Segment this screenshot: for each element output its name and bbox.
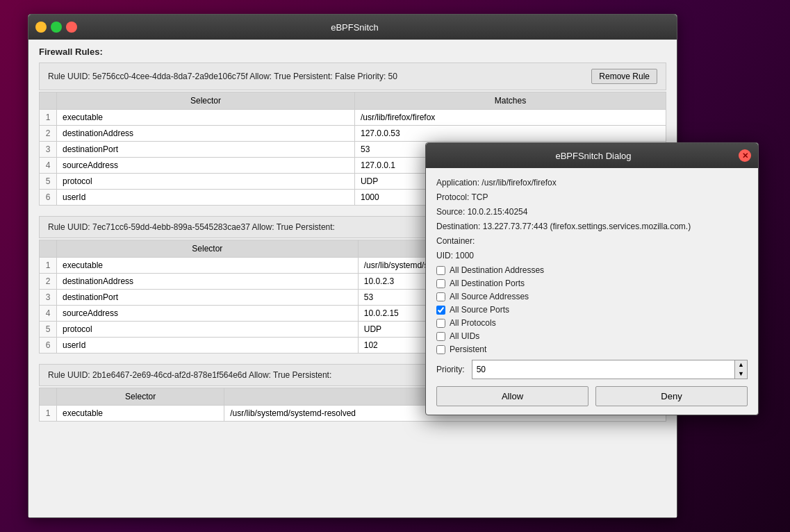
col-selector-3: Selector <box>57 388 224 406</box>
col-selector-1: Selector <box>57 92 355 110</box>
all-source-addresses-checkbox[interactable] <box>436 292 445 301</box>
all-source-ports-checkbox[interactable] <box>436 306 445 315</box>
row-num: 3 <box>40 142 57 158</box>
row-selector: destinationAddress <box>57 274 359 290</box>
all-protocols-label: All Protocols <box>450 318 496 328</box>
window-title: eBPFSnitch <box>77 22 632 33</box>
row-selector: userId <box>57 338 359 354</box>
dialog-destination: Destination: 13.227.73.77:443 (firefox.s… <box>436 220 748 233</box>
row-num: 2 <box>40 126 57 142</box>
priority-row: Priority: ▲ ▼ <box>436 360 748 379</box>
row-selector: sourceAddress <box>57 306 359 322</box>
checkbox-row-4: All Source Ports <box>436 305 748 315</box>
maximize-button[interactable] <box>51 22 62 33</box>
row-selector: userId <box>57 190 355 206</box>
col-num-3 <box>40 388 57 406</box>
col-matches-1: Matches <box>354 92 666 110</box>
row-num: 3 <box>40 290 57 306</box>
window-controls <box>35 22 77 33</box>
row-num: 4 <box>40 306 57 322</box>
priority-input-wrapper: ▲ ▼ <box>472 360 748 379</box>
row-selector: protocol <box>57 322 359 338</box>
checkbox-row-1: All Destination Addresses <box>436 265 748 275</box>
all-destination-ports-checkbox[interactable] <box>436 279 445 288</box>
dialog-uid: UID: 1000 <box>436 249 748 262</box>
row-num: 5 <box>40 322 57 338</box>
dialog-buttons: Allow Deny <box>436 386 748 406</box>
priority-label: Priority: <box>436 365 465 374</box>
row-selector: destinationAddress <box>57 126 355 142</box>
dialog-title-bar: eBPFSnitch Dialog ✕ <box>426 143 758 168</box>
row-num: 1 <box>40 406 57 422</box>
table-row: 1 executable /usr/lib/firefox/firefox <box>40 110 666 126</box>
persistent-label: Persistent <box>450 344 486 354</box>
row-num: 6 <box>40 338 57 354</box>
priority-up-button[interactable]: ▲ <box>735 360 747 369</box>
checkbox-row-7: Persistent <box>436 344 748 354</box>
deny-button[interactable]: Deny <box>595 386 748 406</box>
row-selector: destinationPort <box>57 142 355 158</box>
checkbox-row-5: All Protocols <box>436 318 748 328</box>
persistent-checkbox[interactable] <box>436 345 445 354</box>
row-match: 127.0.0.53 <box>354 126 666 142</box>
checkbox-row-6: All UIDs <box>436 331 748 341</box>
minimize-button[interactable] <box>35 22 47 33</box>
all-destination-addresses-checkbox[interactable] <box>436 266 445 275</box>
col-num-2 <box>40 240 57 258</box>
row-selector: protocol <box>57 174 355 190</box>
checkbox-row-3: All Source Addresses <box>436 292 748 301</box>
rule-uuid-text-1: Rule UUID: 5e756cc0-4cee-4dda-8da7-2a9de… <box>48 72 591 81</box>
row-selector: sourceAddress <box>57 158 355 174</box>
all-destination-addresses-label: All Destination Addresses <box>450 265 544 275</box>
dialog-container: Container: <box>436 235 748 247</box>
dialog-close-button[interactable]: ✕ <box>739 149 751 162</box>
all-destination-ports-label: All Destination Ports <box>450 279 525 288</box>
col-selector-2: Selector <box>57 240 359 258</box>
firewall-rules-label: Firewall Rules: <box>39 47 666 57</box>
dialog-title: eBPFSnitch Dialog <box>448 151 739 161</box>
row-num: 2 <box>40 274 57 290</box>
checkbox-row-2: All Destination Ports <box>436 279 748 288</box>
all-source-ports-label: All Source Ports <box>450 305 509 315</box>
row-num: 5 <box>40 174 57 190</box>
dialog-application: Application: /usr/lib/firefox/firefox <box>436 176 748 189</box>
title-bar: eBPFSnitch <box>28 15 677 40</box>
row-selector: executable <box>57 406 224 422</box>
all-source-addresses-label: All Source Addresses <box>450 292 529 301</box>
row-selector: executable <box>57 110 355 126</box>
table-row: 2 destinationAddress 127.0.0.53 <box>40 126 666 142</box>
priority-down-button[interactable]: ▼ <box>735 369 747 379</box>
row-num: 6 <box>40 190 57 206</box>
dialog-protocol: Protocol: TCP <box>436 191 748 203</box>
row-num: 4 <box>40 158 57 174</box>
row-match: /usr/lib/firefox/firefox <box>354 110 666 126</box>
all-uids-label: All UIDs <box>450 331 479 341</box>
dialog-source: Source: 10.0.2.15:40254 <box>436 206 748 218</box>
close-button[interactable] <box>66 22 77 33</box>
row-num: 1 <box>40 110 57 126</box>
col-num-1 <box>40 92 57 110</box>
allow-button[interactable]: Allow <box>436 386 589 406</box>
priority-spinners: ▲ ▼ <box>734 360 747 379</box>
row-selector: executable <box>57 258 359 274</box>
rule-header-1: Rule UUID: 5e756cc0-4cee-4dda-8da7-2a9de… <box>39 63 666 90</box>
dialog-window: eBPFSnitch Dialog ✕ Application: /usr/li… <box>425 142 759 415</box>
remove-rule-button-1[interactable]: Remove Rule <box>591 69 657 84</box>
dialog-content: Application: /usr/lib/firefox/firefox Pr… <box>426 168 758 415</box>
all-uids-checkbox[interactable] <box>436 332 445 341</box>
row-num: 1 <box>40 258 57 274</box>
priority-input[interactable] <box>472 363 734 376</box>
row-selector: destinationPort <box>57 290 359 306</box>
all-protocols-checkbox[interactable] <box>436 319 445 328</box>
